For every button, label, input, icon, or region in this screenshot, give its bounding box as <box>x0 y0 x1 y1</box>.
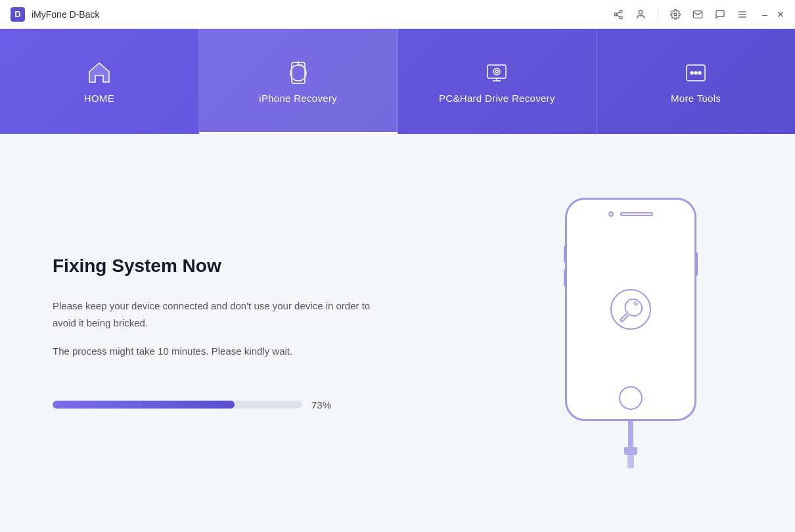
nav-item-home[interactable]: HOME <box>0 29 199 134</box>
phone-illustration <box>519 198 742 468</box>
volume-down-button <box>564 269 566 286</box>
svg-point-0 <box>620 10 622 12</box>
svg-rect-11 <box>488 65 506 78</box>
progress-bar-wrap <box>53 401 302 409</box>
power-button <box>695 252 698 276</box>
fixing-description-1: Please keep your device connected and do… <box>53 298 381 331</box>
divider <box>658 9 658 20</box>
app-logo: D <box>11 7 25 22</box>
svg-point-6 <box>674 13 677 16</box>
app-title: iMyFone D-Back <box>32 9 99 20</box>
svg-rect-10 <box>292 62 305 83</box>
content-left: Fixing System Now Please keep your devic… <box>53 255 519 410</box>
svg-point-13 <box>495 70 498 73</box>
progress-container: 73% <box>53 399 480 410</box>
phone-cable <box>624 421 637 468</box>
close-button[interactable]: ✕ <box>777 9 784 20</box>
progress-percent: 73% <box>311 399 331 410</box>
chat-icon[interactable] <box>715 9 725 20</box>
phone-wrench-icon <box>604 283 657 336</box>
progress-bar-fill <box>53 401 235 409</box>
cable-plug <box>627 455 634 468</box>
svg-point-16 <box>694 72 697 74</box>
phone-body <box>565 198 696 421</box>
nav-item-more-tools[interactable]: More Tools <box>597 29 795 134</box>
title-bar-left: D iMyFone D-Back <box>11 7 99 22</box>
nav-item-iphone-recovery[interactable]: iPhone Recovery <box>199 29 398 134</box>
phone-camera <box>608 211 614 217</box>
more-tools-icon <box>683 60 709 86</box>
cable-line <box>628 421 633 447</box>
minimize-button[interactable]: – <box>762 9 767 20</box>
svg-point-15 <box>691 72 693 74</box>
svg-point-17 <box>698 72 701 74</box>
iphone-recovery-icon <box>285 60 311 86</box>
main-content: Fixing System Now Please keep your devic… <box>0 134 795 532</box>
phone-speaker <box>620 212 653 216</box>
nav-label-pc-recovery: PC&Hard Drive Recovery <box>439 93 555 104</box>
svg-point-2 <box>620 16 622 18</box>
nav-label-iphone-recovery: iPhone Recovery <box>259 93 337 104</box>
phone-wrap <box>565 198 696 468</box>
title-bar-right: – ✕ <box>613 9 784 20</box>
user-icon[interactable] <box>635 9 646 20</box>
nav-label-more-tools: More Tools <box>671 93 721 104</box>
fixing-title: Fixing System Now <box>53 255 480 277</box>
pc-recovery-icon <box>484 60 510 86</box>
volume-up-button <box>564 246 566 263</box>
menu-icon[interactable] <box>737 9 748 20</box>
svg-point-1 <box>614 13 617 16</box>
settings-icon[interactable] <box>670 9 681 20</box>
svg-line-3 <box>617 15 620 17</box>
title-bar: D iMyFone D-Back <box>0 0 795 29</box>
mail-icon[interactable] <box>693 9 703 20</box>
nav-bar: HOME iPhone Recovery PC&Hard Drive Recov… <box>0 29 795 134</box>
home-icon <box>86 60 112 86</box>
cable-connector <box>624 447 637 455</box>
share-icon[interactable] <box>613 9 624 20</box>
window-controls: – ✕ <box>762 9 784 20</box>
svg-point-12 <box>493 68 500 75</box>
svg-point-5 <box>639 11 643 14</box>
nav-item-pc-recovery[interactable]: PC&Hard Drive Recovery <box>398 29 597 134</box>
svg-line-4 <box>617 12 620 14</box>
fixing-description-2: The process might take 10 minutes. Pleas… <box>53 343 381 360</box>
nav-label-home: HOME <box>84 93 114 104</box>
phone-home-button <box>619 386 643 410</box>
svg-point-18 <box>611 290 650 329</box>
phone-top-bar <box>608 211 653 217</box>
